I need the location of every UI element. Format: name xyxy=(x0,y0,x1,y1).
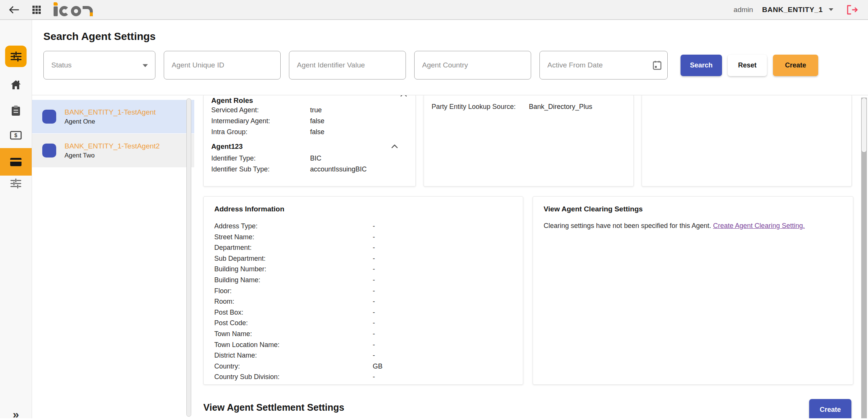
clearing-message: Clearing settings have not been specifie… xyxy=(544,221,842,231)
address-rows: Address Type: - Street Name: - xyxy=(214,221,512,382)
collapse-chevron-up-icon[interactable] xyxy=(400,95,407,97)
back-arrow-icon[interactable] xyxy=(8,5,20,14)
agent-identifier-value-field[interactable] xyxy=(289,51,406,80)
status-input[interactable] xyxy=(43,51,155,80)
detail-row: Post Box: - xyxy=(214,307,512,318)
active-from-date-field[interactable] xyxy=(539,51,668,80)
clearing-heading: View Agent Clearing Settings xyxy=(544,205,842,213)
agent-list-item[interactable]: BANK_ENTITY_1-TestAgent Agent One xyxy=(32,100,194,133)
create-button[interactable]: Create xyxy=(773,55,818,76)
logo-letter-i xyxy=(54,6,58,16)
workspace: BANK_ENTITY_1-TestAgent Agent One BANK_E… xyxy=(32,95,868,418)
sidebar-item-tasks[interactable] xyxy=(11,105,21,116)
agent-item-title: BANK_ENTITY_1-TestAgent xyxy=(65,107,156,117)
top-cards-row: Agent Roles Serviced Agent: t xyxy=(203,95,851,187)
detail-row: Post Code: - xyxy=(214,318,512,329)
sidebar-item-home[interactable] xyxy=(10,80,22,90)
detail-row: Building Name: - xyxy=(214,275,512,286)
detail-row: Floor: - xyxy=(214,286,512,297)
sidebar-item-payments[interactable]: $ xyxy=(10,130,22,140)
detail-row: Town Name: - xyxy=(214,329,512,339)
search-button[interactable]: Search xyxy=(681,55,722,76)
agent-roles-card: Agent Roles Serviced Agent: t xyxy=(203,95,416,187)
agent-item-title: BANK_ENTITY_1-TestAgent2 xyxy=(65,141,160,151)
detail-row: Intra Group: false xyxy=(211,127,406,138)
entity-name: BANK_ENTITY_1 xyxy=(762,6,823,14)
sidebar-item-agent-settings[interactable] xyxy=(5,46,27,67)
agent-color-swatch-icon xyxy=(42,144,56,158)
app-grid-icon[interactable] xyxy=(32,6,41,14)
agent-country-input[interactable] xyxy=(414,51,531,80)
agent-list-panel: BANK_ENTITY_1-TestAgent Agent One BANK_E… xyxy=(32,95,194,418)
create-clearing-setting-link[interactable]: Create Agent Clearing Setting. xyxy=(713,222,805,229)
detail-row: Address Type: - xyxy=(214,221,512,232)
create-settlement-button[interactable]: Create xyxy=(809,399,851,418)
detail-row: Town Location Name: - xyxy=(214,339,512,350)
additional-details-card xyxy=(642,95,852,187)
detail-row: District Name: - xyxy=(214,350,512,361)
agent-roles-heading: Agent Roles xyxy=(211,96,406,105)
app-body: $ » Search Agent Settings xyxy=(0,20,868,418)
agent-list-scrollbar[interactable] xyxy=(186,98,191,417)
content-scrollbar-track[interactable] xyxy=(861,98,867,418)
user-role-label: admin xyxy=(734,6,753,14)
agent-roles-rows: Serviced Agent: true Intermediary Agent:… xyxy=(211,105,406,137)
agent-list: BANK_ENTITY_1-TestAgent Agent One BANK_E… xyxy=(32,100,194,167)
agent-details: Agent Roles Serviced Agent: t xyxy=(194,95,868,418)
detail-row: Country Sub Division: - xyxy=(214,372,512,382)
agent-country-field[interactable] xyxy=(414,51,531,80)
detail-row: Street Name: - xyxy=(214,232,512,243)
detail-row: Sub Department: - xyxy=(214,253,512,264)
settlement-section: View Agent Settlement Settings Create xyxy=(203,399,851,418)
address-heading: Address Information xyxy=(214,205,512,213)
detail-row: Country: GB xyxy=(214,361,512,372)
party-lookup-card: Party Entity Lookup Source: Bank_Directo… xyxy=(424,95,634,187)
search-header: Search Agent Settings xyxy=(32,20,868,95)
detail-row: Identifier Sub Type: accountIssuingBIC xyxy=(211,164,406,175)
agent-unique-id-input[interactable] xyxy=(164,51,281,80)
topbar: admin BANK_ENTITY_1 xyxy=(0,0,868,20)
filter-row: Search Reset Create xyxy=(43,51,868,80)
sidebar-item-configuration[interactable] xyxy=(10,178,22,189)
agent-identifier-value-input[interactable] xyxy=(289,51,406,80)
clearing-settings-card: View Agent Clearing Settings Clearing se… xyxy=(533,196,853,385)
logo-letter-n xyxy=(83,6,93,16)
agent-list-item[interactable]: BANK_ENTITY_1-TestAgent2 Agent Two xyxy=(32,134,194,167)
status-select[interactable] xyxy=(43,51,155,80)
chevron-down-icon xyxy=(829,8,833,11)
detail-row: Party Entity Lookup Source: Bank_Directo… xyxy=(432,101,624,112)
detail-row: Intermediary Agent: false xyxy=(211,116,406,127)
party-lookup-rows: Party Entity Lookup Source: Bank_Directo… xyxy=(432,101,624,112)
collapse-chevron-up-icon[interactable] xyxy=(391,144,398,148)
reset-button[interactable]: Reset xyxy=(728,55,767,76)
agent-item-subtitle: Agent Two xyxy=(65,151,160,160)
detail-row: Building Number: - xyxy=(214,264,512,275)
agent-color-swatch-icon xyxy=(42,110,56,124)
detail-row: Serviced Agent: true xyxy=(211,105,406,116)
active-from-date-input[interactable] xyxy=(539,51,668,80)
detail-row: Room: - xyxy=(214,296,512,307)
settlement-heading: View Agent Settlement Settings xyxy=(203,399,344,413)
detail-row: Department: - xyxy=(214,242,512,253)
app-screen: admin BANK_ENTITY_1 $ xyxy=(0,0,868,419)
logo-letter-c xyxy=(59,6,69,16)
agent-item-subtitle: Agent One xyxy=(65,117,156,126)
brand-logo xyxy=(54,2,93,17)
detail-row: Identifier Type: BIC xyxy=(211,153,406,164)
identifier-group-heading: Agent123 xyxy=(211,142,406,151)
page-title: Search Agent Settings xyxy=(43,20,868,43)
identifier-rows: Identifier Type: BIC Identifier Sub Type… xyxy=(211,153,406,175)
content-scrollbar-thumb[interactable] xyxy=(861,98,867,153)
svg-text:$: $ xyxy=(14,132,17,138)
sidebar-item-agents-active[interactable] xyxy=(0,148,32,176)
logout-icon[interactable] xyxy=(846,5,858,15)
agent-unique-id-field[interactable] xyxy=(164,51,281,80)
logo-letter-o xyxy=(71,6,81,16)
sidebar: $ » xyxy=(0,20,32,418)
entity-selector[interactable]: BANK_ENTITY_1 xyxy=(762,6,833,14)
sidebar-expand-button[interactable]: » xyxy=(13,408,19,419)
address-information-card: Address Information Address Type: - xyxy=(203,196,523,385)
main-column: Search Agent Settings xyxy=(32,20,868,418)
topbar-right: admin BANK_ENTITY_1 xyxy=(734,5,858,15)
bottom-cards-row: Address Information Address Type: - xyxy=(203,196,851,385)
